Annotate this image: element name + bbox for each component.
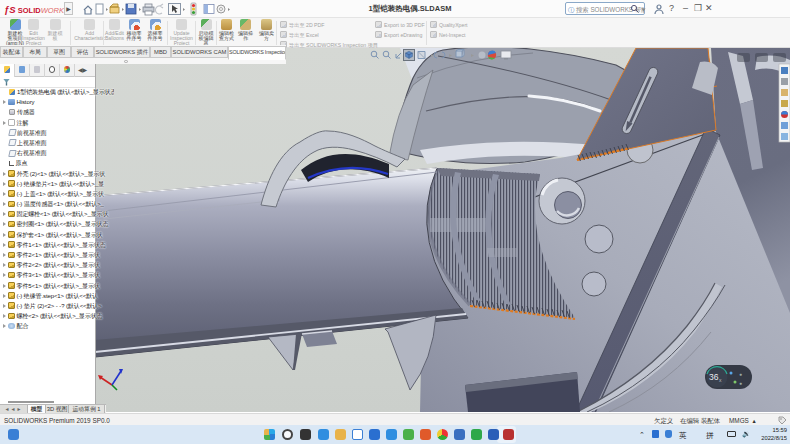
svg-text:●: ● — [739, 371, 742, 377]
svg-text:36: 36 — [709, 372, 719, 382]
svg-text:●: ● — [739, 380, 742, 386]
